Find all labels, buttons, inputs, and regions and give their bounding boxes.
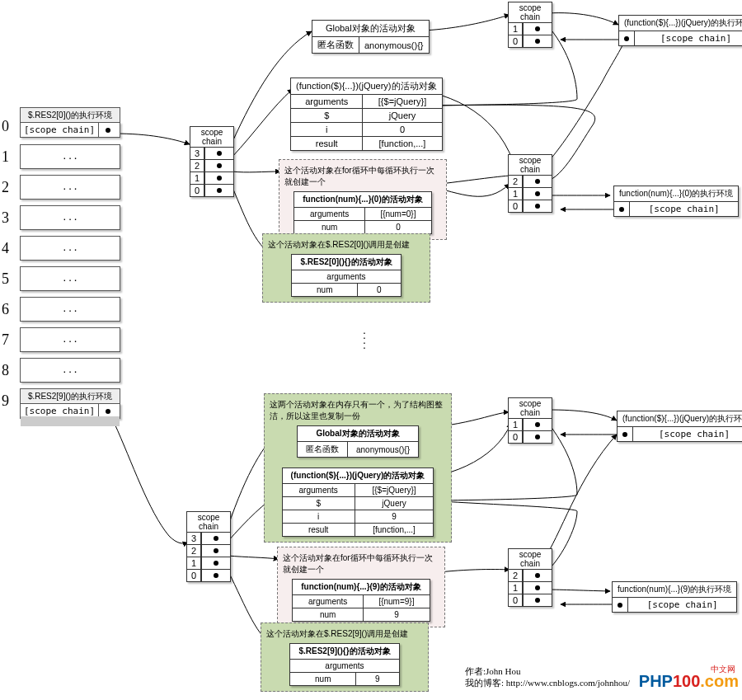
row-num-1: 1 [2,148,9,166]
row-num-9: 9 [2,392,9,410]
res2-0-scopechain: [scope chain] [20,122,120,138]
jq-title: (function($){...})(jQuery)的活动对象 [291,78,443,95]
res2-item-2: ... [20,175,120,200]
dot-icon [214,573,218,578]
scope-chain-r1: scope chain 1 0 [508,2,552,48]
row-num-0: 0 [2,118,9,135]
green-callout-bot: 这个活动对象在$.RES2[9]()调用是创建 $.RES2[9](){}的活动… [261,622,429,692]
dot-icon [106,409,110,414]
dot-icon [619,207,624,212]
scopechain-label: [scope chain] [21,123,98,137]
row-num-5: 5 [2,270,9,288]
dot-icon [217,188,222,193]
res2-item-1: ... [20,144,120,169]
dot-icon [217,151,222,156]
res2-item-6: ... [20,297,120,322]
dot-icon [214,561,218,566]
scope-chain-r2: scope chain 2 1 0 [508,154,552,213]
res2-header-9: $.RES2[9]()的执行环境 [20,388,120,405]
green-jq-bot: (function($){...})(jQuery)的活动对象 argument… [282,467,434,537]
row-num-8: 8 [2,362,9,379]
author-line2: 我的博客: http://www.cnblogs.com/johnhou/ [465,677,630,689]
row-num-2: 2 [2,179,9,196]
dot-icon [217,163,222,168]
global-title: Global对象的活动对象 [312,21,430,37]
dot-icon [622,432,627,437]
dot-icon [106,128,110,133]
scope-chain-header: scope chain [508,154,552,176]
res2-item-7: ... [20,327,120,352]
row-num-4: 4 [2,240,9,257]
res2-item-5: ... [20,266,120,291]
author-line1: 作者:John Hou [465,665,521,678]
res2-item-8: ... [20,358,120,383]
pink-table: function(num){...}(0)的活动对象 arguments[{nu… [294,191,432,234]
res2-header-0: $.RES2[0]()的执行环境 [20,107,120,124]
dot-icon [535,435,540,439]
sc-idx: 0 [190,185,204,197]
scope-chain-header: scope chain [186,511,231,533]
dot-icon [535,598,540,603]
green-table: $.RES2[0](){}的活动对象 arguments num0 [291,254,401,297]
vertical-ellipsis: ···· [363,330,366,350]
row-num-7: 7 [2,331,9,349]
sc-idx: 3 [190,148,204,160]
dot-icon [535,573,540,578]
dot-icon [535,422,540,427]
scope-chain-br1: scope chain 1 0 [508,397,552,444]
exec-env-jquery-top: (function($){...})(jQuery)的执行环境 [scope c… [618,15,742,46]
dot-icon [214,548,218,553]
dot-icon [535,191,540,196]
row-num-3: 3 [2,209,9,227]
exec-env-num-top: function(num){...}(0)的执行环境 [scope chain] [613,186,739,217]
pink-callout-top: 这个活动对象在for循环中每循环执行一次就创建一个 function(num){… [279,159,447,240]
dot-icon [217,176,222,181]
global-object-top: Global对象的活动对象 匿名函数anonymous(){} [312,20,430,54]
row-num-6: 6 [2,301,9,318]
brand-logo: PHP100.com [639,672,739,691]
dot-icon [535,26,540,31]
pink-callout-bot: 这个活动对象在for循环中每循环执行一次就创建一个 function(num){… [277,547,445,627]
global-r: anonymous(){} [359,37,430,54]
exec-env-num-bot: function(num){...}(9)的执行环境 [scope chain] [612,581,737,613]
dot-icon [214,536,218,541]
sc-idx: 2 [190,160,204,172]
res2-item-4: ... [20,236,120,261]
scope-chain-top: scope chain 3 2 1 0 [190,126,234,197]
jquery-activation-top: (function($){...})(jQuery)的活动对象 argument… [290,78,443,151]
scope-chain-header: scope chain [190,126,234,148]
sc-idx: 1 [190,172,204,185]
dot-icon [535,39,540,44]
diagram-canvas: 0 1 2 3 4 5 6 7 8 9 $.RES2[0]()的执行环境 [sc… [0,0,742,700]
dot-icon [535,179,540,184]
scope-chain-br2: scope chain 2 1 0 [508,548,552,607]
dot-icon [535,204,540,209]
pink-table-bot: function(num){...}(9)的活动对象 arguments[{nu… [292,579,430,622]
dot-icon [535,585,540,590]
res2-item-3: ... [20,205,120,230]
green-global-bot: Global对象的活动对象 匿名函数anonymous(){} [297,425,419,458]
dot-icon [624,36,629,41]
dot-icon [618,603,622,608]
stack-bottom-shadow [21,416,120,426]
green-table-bot: $.RES2[9](){}的活动对象 arguments num9 [289,643,399,686]
global-l: 匿名函数 [312,37,359,54]
exec-env-jquery-bot: (function($){...})(jQuery)的执行环境 [scope c… [617,411,742,442]
pink-note: 这个活动对象在for循环中每循环执行一次就创建一个 [284,165,441,188]
green-big-callout: 这两个活动对象在内存只有一个，为了结构图整洁，所以这里也复制一份 Global对… [264,393,452,543]
green-note: 这个活动对象在$.RES2[0]()调用是创建 [268,239,425,251]
green-callout-top: 这个活动对象在$.RES2[0]()调用是创建 $.RES2[0](){}的活动… [262,233,430,303]
scope-chain-header: scope chain [508,2,552,23]
scope-chain-bot: scope chain 3 2 1 0 [186,511,231,582]
